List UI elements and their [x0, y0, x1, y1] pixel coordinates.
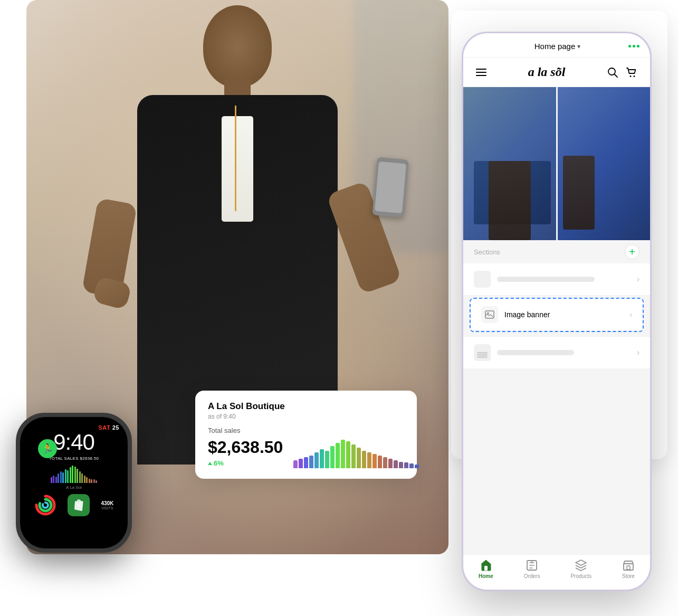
watch-chart — [28, 463, 119, 483]
image-banner-label: Image banner — [504, 310, 629, 319]
image-banner-item[interactable]: Image banner › — [471, 299, 643, 331]
section-row-1: › — [463, 263, 650, 296]
products-icon — [575, 559, 587, 572]
sales-time: as of 9:40 — [208, 413, 404, 420]
store-icons — [607, 67, 637, 78]
image-banner-section[interactable]: Image banner › — [470, 298, 644, 332]
section-row-1-bar — [497, 277, 595, 282]
section-row-1-placeholder — [497, 277, 637, 282]
section-row-2-chevron: › — [637, 348, 639, 357]
nav-products-label: Products — [570, 573, 591, 579]
nav-home[interactable]: Home — [479, 559, 493, 579]
phone-header: Home page ▾ — [463, 33, 650, 58]
hamburger-line-3 — [476, 75, 486, 76]
sales-percent: 6% — [208, 459, 283, 467]
dot-1 — [628, 45, 631, 48]
svg-line-5 — [615, 74, 618, 77]
svg-point-2 — [43, 503, 48, 508]
svg-point-6 — [630, 75, 632, 77]
product-images-grid — [463, 87, 650, 240]
hamburger-line-2 — [476, 72, 486, 73]
sections-header: Sections + — [463, 240, 650, 263]
image-banner-icon — [481, 306, 498, 323]
hamburger-icon[interactable] — [476, 69, 486, 76]
phone-mockup: Home page ▾ a la sõl — [462, 32, 652, 591]
watch-shopify-button[interactable]: S — [68, 494, 90, 516]
hamburger-line-1 — [476, 69, 486, 70]
section-row-2-placeholder — [497, 350, 637, 355]
watch-visits: 430K VISITS — [101, 500, 113, 510]
svg-rect-12 — [627, 566, 630, 570]
image-banner-chevron: › — [629, 310, 632, 319]
sections-label: Sections — [474, 248, 500, 256]
store-icon — [622, 559, 635, 572]
sales-amount: $2,638.50 — [208, 438, 283, 457]
section-row-1-chevron: › — [637, 274, 639, 284]
watch-day-date: SAT 25 — [28, 424, 119, 431]
store-logo: a la sõl — [528, 65, 566, 79]
percent-up-arrow — [208, 462, 212, 465]
nav-store[interactable]: Store — [622, 559, 635, 579]
dot-3 — [637, 45, 639, 48]
chevron-down-icon: ▾ — [577, 43, 580, 50]
product-image-left — [463, 87, 556, 240]
orders-icon — [526, 559, 538, 572]
sales-card: A La Sol Boutique as of 9:40 Total sales… — [195, 391, 417, 479]
product-image-right — [558, 87, 651, 240]
watch-store-name: A La Sol — [28, 485, 119, 490]
section-row-1-icon — [474, 271, 491, 288]
nav-store-label: Store — [622, 573, 635, 579]
sales-label: Total sales — [208, 427, 404, 434]
store-header: a la sõl — [463, 58, 650, 87]
svg-point-7 — [634, 75, 635, 77]
search-icon[interactable] — [607, 67, 618, 78]
cart-icon[interactable] — [626, 67, 637, 78]
section-row-2: › — [463, 336, 650, 368]
nav-orders[interactable]: Orders — [524, 559, 540, 579]
watch-activity-ring — [34, 494, 56, 516]
add-section-button[interactable]: + — [625, 244, 639, 259]
sales-chart — [293, 437, 419, 468]
apple-watch: 🏃 SAT 25 9:40 TOTAL SALES $2638.50 — [16, 413, 132, 553]
svg-text:S: S — [77, 503, 80, 508]
phone-page-title: Home page ▾ — [534, 42, 581, 51]
watch-runner-icon: 🏃 — [38, 439, 57, 458]
svg-point-1 — [40, 499, 51, 511]
nav-orders-label: Orders — [524, 573, 540, 579]
watch-bottom-row: S 430K VISITS — [28, 494, 119, 516]
phone-more-button[interactable] — [628, 45, 639, 48]
nav-home-label: Home — [479, 573, 493, 579]
sales-store-name: A La Sol Boutique — [208, 401, 404, 412]
section-row-2-icon — [474, 344, 491, 361]
svg-rect-10 — [484, 566, 488, 571]
bottom-nav: Home Orders Products — [463, 554, 650, 590]
spacer — [463, 368, 650, 554]
dot-2 — [633, 45, 635, 48]
sales-amount-row: $2,638.50 6% — [208, 437, 404, 468]
section-row-2-bar — [497, 350, 574, 355]
home-icon — [480, 559, 492, 572]
nav-products[interactable]: Products — [570, 559, 591, 579]
